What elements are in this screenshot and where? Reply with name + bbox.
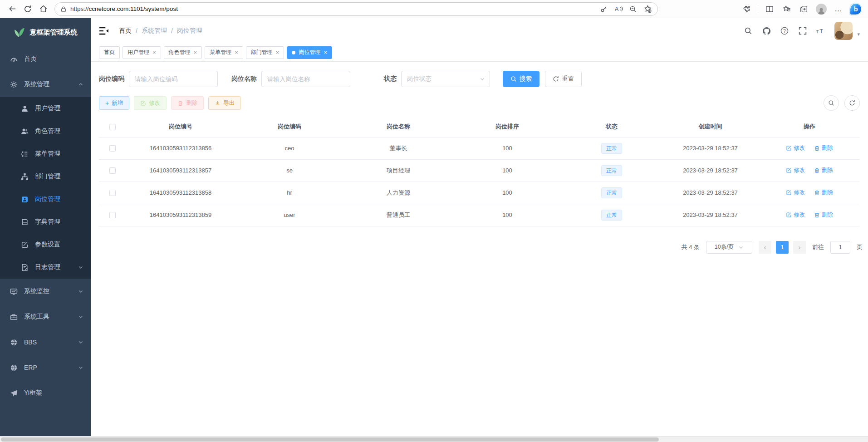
export-button[interactable]: 导出 [208, 96, 241, 110]
sidebar-item-parameters[interactable]: 参数设置 [0, 233, 91, 256]
tab-menu-management[interactable]: 菜单管理 × [205, 46, 243, 59]
table-row[interactable]: 1641030593112313856 ceo 董事长 100 正常 2023-… [99, 137, 860, 159]
row-checkbox[interactable] [109, 212, 116, 218]
row-checkbox[interactable] [109, 167, 116, 174]
tab-post-management[interactable]: 岗位管理 × [287, 46, 332, 59]
browser-menu-button[interactable]: … [831, 2, 846, 16]
sidebar-item-posts[interactable]: 岗位管理 [0, 188, 91, 211]
page-number-button[interactable]: 1 [776, 241, 789, 254]
reset-button-label: 重置 [562, 75, 574, 83]
browser-refresh-button[interactable] [20, 2, 35, 16]
select-all-checkbox[interactable] [109, 124, 116, 130]
row-delete-link[interactable]: 删除 [814, 189, 833, 196]
split-screen-button[interactable] [762, 2, 777, 16]
header-search-button[interactable] [744, 26, 753, 35]
copilot-button[interactable]: b [848, 2, 863, 16]
home-icon [39, 5, 48, 13]
browser-back-button[interactable] [5, 2, 20, 16]
page-size-value: 10条/页 [715, 243, 734, 251]
goto-page-input[interactable] [830, 241, 850, 254]
chevron-down-icon [78, 265, 83, 270]
address-bar[interactable]: https://ccnetcore.com:1101/system/post A [54, 2, 658, 16]
close-icon[interactable]: × [276, 49, 280, 55]
table-row[interactable]: 1641030593112313857 se 项目经理 100 正常 2023-… [99, 159, 860, 182]
tab-user-management[interactable]: 用户管理 × [123, 46, 161, 59]
tab-department-management[interactable]: 部门管理 × [246, 46, 284, 59]
zoom-out-button[interactable] [627, 3, 639, 15]
row-edit-link[interactable]: 修改 [786, 167, 805, 174]
cell-post-sort: 100 [453, 182, 562, 204]
search-button[interactable]: 搜索 [503, 71, 539, 87]
read-aloud-button[interactable]: A [612, 3, 625, 15]
delete-button[interactable]: 删除 [171, 96, 204, 110]
url-text[interactable]: https://ccnetcore.com:1101/system/post [70, 5, 594, 12]
close-icon[interactable]: × [152, 49, 156, 55]
favorites-button[interactable] [779, 2, 794, 16]
row-edit-link[interactable]: 修改 [786, 211, 805, 219]
trash-icon [814, 190, 820, 196]
reset-button[interactable]: 重置 [545, 71, 582, 87]
cell-post-name: 人力资源 [344, 182, 453, 204]
row-checkbox[interactable] [109, 190, 116, 196]
close-icon[interactable]: × [324, 49, 327, 55]
extensions-button[interactable] [739, 2, 754, 16]
chevron-down-icon [738, 245, 744, 250]
breadcrumb-system[interactable]: 系统管理 [142, 27, 167, 35]
chevron-down-icon [78, 339, 83, 345]
sidebar-item-tools[interactable]: 系统工具 [0, 304, 91, 329]
row-checkbox[interactable] [109, 145, 116, 152]
post-code-input[interactable] [129, 71, 218, 87]
scrollbar-thumb[interactable] [1, 437, 659, 442]
app-logo[interactable]: 意框架管理系统 [0, 18, 91, 46]
gear-icon [10, 81, 18, 88]
add-button[interactable]: + 新增 [99, 96, 129, 110]
post-name-input[interactable] [261, 71, 350, 87]
search-icon [510, 76, 517, 82]
sidebar-item-yi-framework[interactable]: Yi框架 [0, 380, 91, 406]
row-edit-link[interactable]: 修改 [786, 189, 805, 196]
sidebar-item-bbs[interactable]: BBS [0, 329, 91, 355]
breadcrumb-home[interactable]: 首页 [119, 27, 132, 35]
table-row[interactable]: 1641030593112313859 user 普通员工 100 正常 202… [99, 204, 860, 226]
key-icon [600, 5, 608, 13]
refresh-table-button[interactable] [844, 95, 860, 111]
sidebar-item-monitor[interactable]: 系统监控 [0, 279, 91, 304]
row-delete-link[interactable]: 删除 [814, 211, 833, 219]
browser-home-button[interactable] [35, 2, 51, 16]
next-page-button[interactable]: › [793, 241, 806, 254]
user-avatar[interactable] [834, 22, 853, 40]
horizontal-scrollbar[interactable] [0, 436, 868, 442]
row-delete-link[interactable]: 删除 [814, 167, 833, 174]
sidebar-item-erp[interactable]: ERP [0, 355, 91, 380]
sidebar-item-users[interactable]: 用户管理 [0, 97, 91, 120]
font-size-button[interactable]: TT [816, 26, 825, 35]
status-select[interactable]: 岗位状态 [401, 71, 490, 87]
avatar-caret-icon[interactable]: ▾ [857, 31, 860, 37]
sidebar-item-departments[interactable]: 部门管理 [0, 165, 91, 188]
show-search-toggle-button[interactable] [824, 95, 839, 111]
row-delete-link[interactable]: 删除 [814, 144, 833, 152]
sidebar-item-dictionary[interactable]: 字典管理 [0, 211, 91, 233]
close-icon[interactable]: × [194, 49, 197, 55]
collections-button[interactable] [796, 2, 812, 16]
row-edit-link[interactable]: 修改 [786, 144, 805, 152]
edit-button[interactable]: 修改 [134, 96, 167, 110]
browser-profile-button[interactable] [814, 2, 829, 16]
tab-home[interactable]: 首页 [99, 46, 120, 59]
fullscreen-button[interactable] [798, 26, 807, 35]
sidebar-item-menus[interactable]: 菜单管理 [0, 142, 91, 165]
add-favorite-button[interactable] [641, 3, 654, 15]
sidebar-item-logs[interactable]: 日志管理 [0, 256, 91, 279]
sidebar-collapse-button[interactable] [99, 25, 111, 37]
sidebar-item-system[interactable]: 系统管理 [0, 72, 91, 97]
sidebar-item-home[interactable]: 首页 [0, 46, 91, 72]
github-link[interactable] [762, 26, 771, 35]
tab-role-management[interactable]: 角色管理 × [164, 46, 202, 59]
password-button[interactable] [598, 3, 610, 15]
page-size-select[interactable]: 10条/页 [706, 241, 752, 254]
table-row[interactable]: 1641030593112313858 hr 人力资源 100 正常 2023-… [99, 182, 860, 204]
help-button[interactable]: ? [780, 26, 789, 35]
sidebar-item-roles[interactable]: 角色管理 [0, 120, 91, 142]
prev-page-button[interactable]: ‹ [759, 241, 771, 254]
close-icon[interactable]: × [235, 49, 238, 55]
